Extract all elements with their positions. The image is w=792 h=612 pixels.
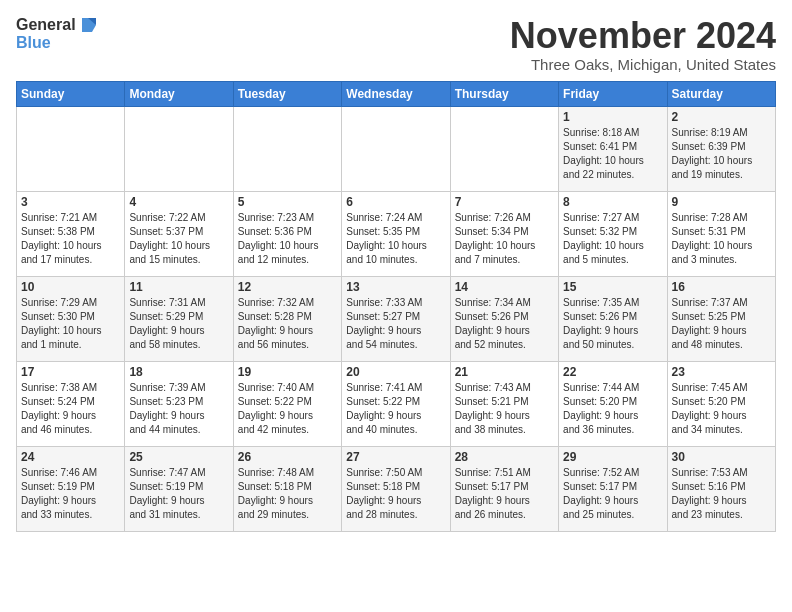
day-number: 16	[672, 280, 771, 294]
calendar-day-cell: 22Sunrise: 7:44 AM Sunset: 5:20 PM Dayli…	[559, 361, 667, 446]
day-number: 19	[238, 365, 337, 379]
day-number: 26	[238, 450, 337, 464]
day-number: 14	[455, 280, 554, 294]
calendar-day-cell: 15Sunrise: 7:35 AM Sunset: 5:26 PM Dayli…	[559, 276, 667, 361]
weekday-header-wednesday: Wednesday	[342, 81, 450, 106]
calendar-day-cell: 9Sunrise: 7:28 AM Sunset: 5:31 PM Daylig…	[667, 191, 775, 276]
day-detail: Sunrise: 7:45 AM Sunset: 5:20 PM Dayligh…	[672, 381, 771, 437]
day-detail: Sunrise: 7:21 AM Sunset: 5:38 PM Dayligh…	[21, 211, 120, 267]
day-number: 24	[21, 450, 120, 464]
calendar-day-cell: 11Sunrise: 7:31 AM Sunset: 5:29 PM Dayli…	[125, 276, 233, 361]
day-detail: Sunrise: 7:32 AM Sunset: 5:28 PM Dayligh…	[238, 296, 337, 352]
day-detail: Sunrise: 8:19 AM Sunset: 6:39 PM Dayligh…	[672, 126, 771, 182]
calendar-day-cell: 5Sunrise: 7:23 AM Sunset: 5:36 PM Daylig…	[233, 191, 341, 276]
day-detail: Sunrise: 7:43 AM Sunset: 5:21 PM Dayligh…	[455, 381, 554, 437]
day-detail: Sunrise: 7:29 AM Sunset: 5:30 PM Dayligh…	[21, 296, 120, 352]
calendar-week-row: 17Sunrise: 7:38 AM Sunset: 5:24 PM Dayli…	[17, 361, 776, 446]
calendar-day-cell: 28Sunrise: 7:51 AM Sunset: 5:17 PM Dayli…	[450, 446, 558, 531]
calendar-table: SundayMondayTuesdayWednesdayThursdayFrid…	[16, 81, 776, 532]
day-number: 17	[21, 365, 120, 379]
day-detail: Sunrise: 7:38 AM Sunset: 5:24 PM Dayligh…	[21, 381, 120, 437]
calendar-day-cell: 29Sunrise: 7:52 AM Sunset: 5:17 PM Dayli…	[559, 446, 667, 531]
day-number: 7	[455, 195, 554, 209]
day-detail: Sunrise: 7:40 AM Sunset: 5:22 PM Dayligh…	[238, 381, 337, 437]
day-number: 30	[672, 450, 771, 464]
calendar-day-cell	[17, 106, 125, 191]
calendar-day-cell: 3Sunrise: 7:21 AM Sunset: 5:38 PM Daylig…	[17, 191, 125, 276]
logo-blue: Blue	[16, 34, 51, 52]
calendar-day-cell: 25Sunrise: 7:47 AM Sunset: 5:19 PM Dayli…	[125, 446, 233, 531]
day-number: 21	[455, 365, 554, 379]
day-detail: Sunrise: 7:35 AM Sunset: 5:26 PM Dayligh…	[563, 296, 662, 352]
day-number: 9	[672, 195, 771, 209]
weekday-header-thursday: Thursday	[450, 81, 558, 106]
month-title: November 2024	[510, 16, 776, 56]
calendar-day-cell: 8Sunrise: 7:27 AM Sunset: 5:32 PM Daylig…	[559, 191, 667, 276]
day-detail: Sunrise: 7:51 AM Sunset: 5:17 PM Dayligh…	[455, 466, 554, 522]
calendar-day-cell: 26Sunrise: 7:48 AM Sunset: 5:18 PM Dayli…	[233, 446, 341, 531]
day-detail: Sunrise: 7:46 AM Sunset: 5:19 PM Dayligh…	[21, 466, 120, 522]
day-number: 27	[346, 450, 445, 464]
calendar-week-row: 10Sunrise: 7:29 AM Sunset: 5:30 PM Dayli…	[17, 276, 776, 361]
calendar-day-cell	[233, 106, 341, 191]
day-detail: Sunrise: 7:53 AM Sunset: 5:16 PM Dayligh…	[672, 466, 771, 522]
day-detail: Sunrise: 7:39 AM Sunset: 5:23 PM Dayligh…	[129, 381, 228, 437]
day-detail: Sunrise: 7:41 AM Sunset: 5:22 PM Dayligh…	[346, 381, 445, 437]
day-detail: Sunrise: 7:26 AM Sunset: 5:34 PM Dayligh…	[455, 211, 554, 267]
day-number: 1	[563, 110, 662, 124]
day-number: 15	[563, 280, 662, 294]
calendar-day-cell: 24Sunrise: 7:46 AM Sunset: 5:19 PM Dayli…	[17, 446, 125, 531]
calendar-day-cell: 10Sunrise: 7:29 AM Sunset: 5:30 PM Dayli…	[17, 276, 125, 361]
calendar-day-cell	[342, 106, 450, 191]
day-detail: Sunrise: 7:34 AM Sunset: 5:26 PM Dayligh…	[455, 296, 554, 352]
day-detail: Sunrise: 7:23 AM Sunset: 5:36 PM Dayligh…	[238, 211, 337, 267]
day-number: 22	[563, 365, 662, 379]
calendar-day-cell: 13Sunrise: 7:33 AM Sunset: 5:27 PM Dayli…	[342, 276, 450, 361]
calendar-day-cell	[450, 106, 558, 191]
calendar-day-cell: 18Sunrise: 7:39 AM Sunset: 5:23 PM Dayli…	[125, 361, 233, 446]
weekday-header-monday: Monday	[125, 81, 233, 106]
calendar-day-cell: 2Sunrise: 8:19 AM Sunset: 6:39 PM Daylig…	[667, 106, 775, 191]
calendar-day-cell: 7Sunrise: 7:26 AM Sunset: 5:34 PM Daylig…	[450, 191, 558, 276]
day-number: 2	[672, 110, 771, 124]
day-number: 23	[672, 365, 771, 379]
day-number: 20	[346, 365, 445, 379]
logo-general: General	[16, 16, 76, 34]
weekday-header-tuesday: Tuesday	[233, 81, 341, 106]
calendar-day-cell: 19Sunrise: 7:40 AM Sunset: 5:22 PM Dayli…	[233, 361, 341, 446]
page-header: General Blue November 2024 Three Oaks, M…	[16, 16, 776, 73]
calendar-day-cell: 14Sunrise: 7:34 AM Sunset: 5:26 PM Dayli…	[450, 276, 558, 361]
day-detail: Sunrise: 7:33 AM Sunset: 5:27 PM Dayligh…	[346, 296, 445, 352]
day-detail: Sunrise: 7:50 AM Sunset: 5:18 PM Dayligh…	[346, 466, 445, 522]
day-number: 18	[129, 365, 228, 379]
day-detail: Sunrise: 7:37 AM Sunset: 5:25 PM Dayligh…	[672, 296, 771, 352]
calendar-day-cell: 17Sunrise: 7:38 AM Sunset: 5:24 PM Dayli…	[17, 361, 125, 446]
calendar-day-cell	[125, 106, 233, 191]
day-detail: Sunrise: 7:22 AM Sunset: 5:37 PM Dayligh…	[129, 211, 228, 267]
weekday-header-friday: Friday	[559, 81, 667, 106]
day-number: 25	[129, 450, 228, 464]
day-number: 4	[129, 195, 228, 209]
day-number: 3	[21, 195, 120, 209]
weekday-header-row: SundayMondayTuesdayWednesdayThursdayFrid…	[17, 81, 776, 106]
weekday-header-sunday: Sunday	[17, 81, 125, 106]
calendar-day-cell: 12Sunrise: 7:32 AM Sunset: 5:28 PM Dayli…	[233, 276, 341, 361]
day-number: 8	[563, 195, 662, 209]
calendar-week-row: 24Sunrise: 7:46 AM Sunset: 5:19 PM Dayli…	[17, 446, 776, 531]
day-number: 6	[346, 195, 445, 209]
day-number: 28	[455, 450, 554, 464]
day-number: 13	[346, 280, 445, 294]
day-number: 11	[129, 280, 228, 294]
day-detail: Sunrise: 7:27 AM Sunset: 5:32 PM Dayligh…	[563, 211, 662, 267]
day-detail: Sunrise: 7:28 AM Sunset: 5:31 PM Dayligh…	[672, 211, 771, 267]
calendar-day-cell: 27Sunrise: 7:50 AM Sunset: 5:18 PM Dayli…	[342, 446, 450, 531]
day-number: 12	[238, 280, 337, 294]
day-detail: Sunrise: 7:52 AM Sunset: 5:17 PM Dayligh…	[563, 466, 662, 522]
calendar-day-cell: 4Sunrise: 7:22 AM Sunset: 5:37 PM Daylig…	[125, 191, 233, 276]
calendar-day-cell: 1Sunrise: 8:18 AM Sunset: 6:41 PM Daylig…	[559, 106, 667, 191]
calendar-day-cell: 23Sunrise: 7:45 AM Sunset: 5:20 PM Dayli…	[667, 361, 775, 446]
day-detail: Sunrise: 7:48 AM Sunset: 5:18 PM Dayligh…	[238, 466, 337, 522]
location: Three Oaks, Michigan, United States	[510, 56, 776, 73]
day-number: 10	[21, 280, 120, 294]
calendar-week-row: 3Sunrise: 7:21 AM Sunset: 5:38 PM Daylig…	[17, 191, 776, 276]
